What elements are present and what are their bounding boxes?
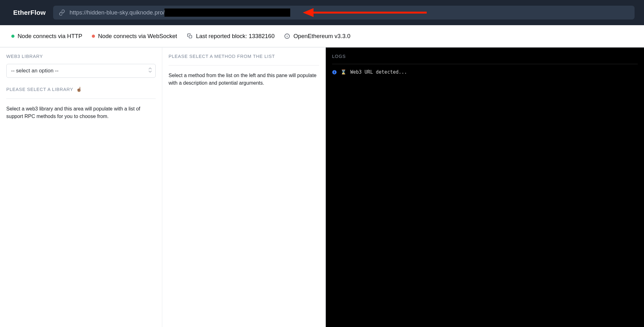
logs-heading: LOGS xyxy=(332,54,638,59)
log-info-icon xyxy=(332,70,337,75)
pointing-up-icon: ☝🏽 xyxy=(76,87,82,92)
logs-panel: LOGS ⌛ Web3 URL detected... xyxy=(326,48,644,327)
center-description: Select a method from the list on the lef… xyxy=(169,72,319,87)
main-columns: WEB3 LIBRARY -- select an option -- PLEA… xyxy=(0,47,644,327)
svg-rect-8 xyxy=(334,71,335,71)
hourglass-icon: ⌛ xyxy=(341,69,347,75)
status-block: Last reported block: 13382160 xyxy=(186,33,275,40)
chevron-up-down-icon xyxy=(148,67,152,75)
svg-rect-7 xyxy=(334,72,335,73)
status-dot-green-icon xyxy=(11,35,14,38)
url-visible-text: https://hidden-blue-sky.quiknode.pro/ xyxy=(69,9,164,16)
status-websocket: Node connects via WebSocket xyxy=(92,33,177,40)
select-library-heading-text: PLEASE SELECT A LIBRARY xyxy=(6,87,73,92)
status-dot-red-icon xyxy=(92,35,95,38)
log-text: Web3 URL detected... xyxy=(350,69,407,75)
left-panel: WEB3 LIBRARY -- select an option -- PLEA… xyxy=(0,48,162,327)
left-divider xyxy=(6,99,156,99)
center-divider xyxy=(169,65,319,65)
url-input[interactable]: https://hidden-blue-sky.quiknode.pro/ xyxy=(69,8,629,17)
logs-divider xyxy=(332,64,638,64)
web3-library-select[interactable]: -- select an option -- xyxy=(6,64,156,78)
left-description: Select a web3 library and this area will… xyxy=(6,105,156,120)
method-heading: PLEASE SELECT A METHOD FROM THE LIST xyxy=(169,54,319,59)
status-client-label: OpenEthereum v3.3.0 xyxy=(293,33,350,40)
app-header: EtherFlow https://hidden-blue-sky.quikno… xyxy=(0,0,644,25)
url-redacted-segment xyxy=(164,8,290,17)
status-client: OpenEthereum v3.3.0 xyxy=(284,33,350,40)
select-library-heading: PLEASE SELECT A LIBRARY ☝🏽 xyxy=(6,87,156,92)
info-icon xyxy=(284,33,290,39)
status-ws-label: Node connects via WebSocket xyxy=(98,33,177,40)
app-logo: EtherFlow xyxy=(13,9,46,16)
link-icon xyxy=(59,9,65,16)
web3-library-heading: WEB3 LIBRARY xyxy=(6,54,156,59)
log-row: ⌛ Web3 URL detected... xyxy=(332,69,638,76)
url-bar[interactable]: https://hidden-blue-sky.quiknode.pro/ xyxy=(53,6,635,20)
status-block-label: Last reported block: 13382160 xyxy=(196,33,275,40)
web3-library-select-value: -- select an option -- xyxy=(11,68,58,74)
status-http-label: Node connects via HTTP xyxy=(18,33,82,40)
svg-rect-2 xyxy=(189,35,192,38)
status-http: Node connects via HTTP xyxy=(11,33,82,40)
copy-icon xyxy=(186,33,193,39)
status-bar: Node connects via HTTP Node connects via… xyxy=(0,25,644,47)
center-panel: PLEASE SELECT A METHOD FROM THE LIST Sel… xyxy=(162,48,326,327)
